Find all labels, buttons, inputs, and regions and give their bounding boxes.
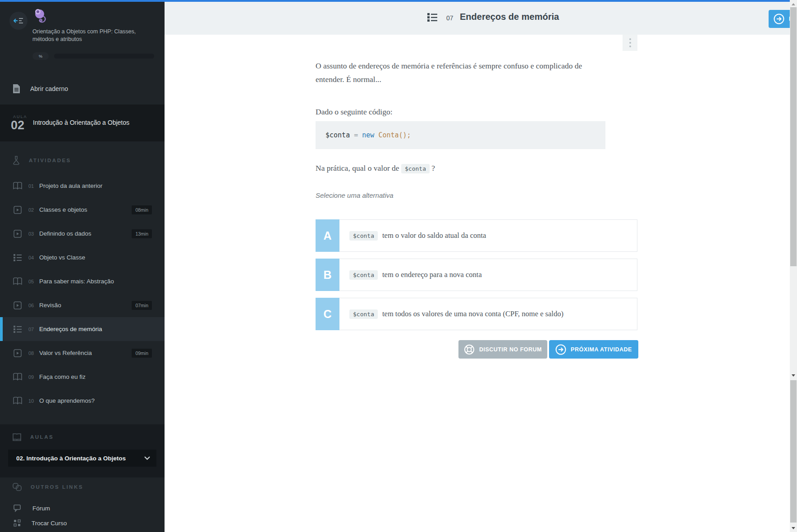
alternative-b[interactable]: B $conta tem o endereço para a nova cont… <box>316 259 637 291</box>
question-text: Na prática, qual o valor de $conta ? <box>316 164 435 173</box>
sidebar-item-activity-09[interactable]: 09 Faça como eu fiz <box>0 365 165 389</box>
activity-header: 07 Endereços de memória PRÓXIMA ATIVIDAD… <box>165 2 790 35</box>
open-notebook-button[interactable]: Abrir caderno <box>0 79 165 98</box>
scrollbar-down-arrow-inner[interactable] <box>790 372 797 378</box>
lesson-number: 02 <box>11 118 24 132</box>
course-title: Orientação a Objetos com PHP: Classes, m… <box>32 28 154 43</box>
sidebar-item-activity-10[interactable]: 10 O que aprendemos? <box>0 389 165 413</box>
activities-section-header: ATIVIDADES <box>0 154 165 167</box>
duration-badge: 13min <box>132 229 152 238</box>
video-icon <box>13 206 23 214</box>
alternative-text: tem o valor do saldo atual da conta <box>382 231 486 240</box>
inline-code-chip: $conta <box>349 270 378 280</box>
code-equals: = <box>354 131 358 139</box>
video-icon <box>13 230 23 238</box>
lesson-title: Introdução à Orientação a Objetos <box>33 119 129 126</box>
discuss-forum-button[interactable]: DISCUTIR NO FORUM <box>458 340 547 359</box>
sidebar-link-forum[interactable]: Fórum <box>0 500 165 516</box>
scrollbar-thumb-outer[interactable] <box>790 380 797 523</box>
alternative-text: tem todos os valores de uma nova conta (… <box>382 309 563 318</box>
code-keyword: new <box>362 131 374 139</box>
sidebar-item-activity-08[interactable]: 08 Valor vs Referência 09min <box>0 341 165 365</box>
scrollbar-thumb-inner[interactable] <box>790 7 797 266</box>
progress-bar <box>54 54 154 59</box>
alternative-a[interactable]: A $conta tem o valor do saldo atual da c… <box>316 219 637 252</box>
sidebar-item-activity-03[interactable]: 03 Definindo os dados 13min <box>0 222 165 246</box>
exercise-list-icon <box>13 254 23 261</box>
code-block: $conta = new Conta(); <box>316 121 605 149</box>
arrow-circle-right-icon <box>555 344 566 355</box>
alternative-c[interactable]: C $conta tem todos os valores de uma nov… <box>316 298 637 330</box>
page: Orientação a Objetos com PHP: Classes, m… <box>0 0 797 532</box>
exercise-list-icon <box>13 326 23 333</box>
sidebar-item-activity-02[interactable]: 02 Classes e objetos 08min <box>0 198 165 222</box>
inline-code-chip: $conta <box>401 164 430 173</box>
sidebar: Orientação a Objetos com PHP: Classes, m… <box>0 2 165 532</box>
inline-code-chip: $conta <box>349 309 378 319</box>
scrollbar-up-arrow[interactable] <box>790 1 797 7</box>
activities-list: 01 Projeto da aula anterior 02 Classes e… <box>0 174 165 413</box>
next-activity-button-bottom[interactable]: PRÓXIMA ATIVIDADE <box>549 340 638 359</box>
scrollbar-down-arrow-outer[interactable] <box>790 525 797 531</box>
lessons-section-header: AULAS <box>0 431 165 443</box>
alternative-text: tem o endereço para a nova conta <box>382 270 482 279</box>
alternative-letter: A <box>316 219 339 252</box>
document-icon <box>13 84 20 93</box>
activity-number: 07 <box>446 14 453 22</box>
book-open-icon <box>13 277 23 285</box>
sidebar-item-activity-07-active[interactable]: 07 Endereços de memória <box>0 317 165 341</box>
other-links-section-header: OUTROS LINKS <box>0 481 165 493</box>
alternative-letter: B <box>316 259 339 291</box>
book-icon <box>13 433 21 441</box>
exercise-code-lead: Dado o seguinte código: <box>316 105 393 118</box>
chevron-down-icon <box>144 456 150 460</box>
select-alternative-hint: Selecione uma alternativa <box>316 191 394 199</box>
code-rest: (); <box>399 131 411 139</box>
code-variable: $conta <box>325 131 350 139</box>
alternative-letter: C <box>316 298 339 330</box>
alternatives-list: A $conta tem o valor do saldo atual da c… <box>316 219 637 337</box>
progress-percent-badge: % <box>32 52 49 60</box>
sidebar-item-activity-05[interactable]: 05 Para saber mais: Abstração <box>0 269 165 293</box>
duration-badge: 09min <box>132 349 152 358</box>
forum-chat-icon <box>14 505 22 512</box>
switch-course-grid-icon <box>14 519 21 527</box>
more-options-kebab-button[interactable] <box>623 35 637 51</box>
code-classname: Conta <box>378 131 398 139</box>
page-title: Endereços de memória <box>460 12 559 22</box>
course-logo-mouse-icon <box>33 8 51 28</box>
video-icon <box>13 301 23 309</box>
sidebar-link-trocar-curso[interactable]: Trocar Curso <box>0 515 165 531</box>
sidebar-item-activity-01[interactable]: 01 Projeto da aula anterior <box>0 174 165 198</box>
lifebuoy-icon <box>464 344 475 355</box>
video-icon <box>13 349 23 357</box>
current-lesson-banner: AULA 02 Introdução à Orientação a Objeto… <box>0 105 165 141</box>
flask-icon <box>13 156 20 165</box>
duration-badge: 07min <box>132 301 152 310</box>
arrow-circle-right-icon <box>774 14 784 24</box>
book-open-icon <box>13 373 23 381</box>
collapse-sidebar-button[interactable] <box>9 12 27 30</box>
sidebar-item-activity-04[interactable]: 04 Objeto vs Classe <box>0 246 165 269</box>
lesson-select-dropdown[interactable]: 02. Introdução à Orientação a Objetos <box>8 450 156 467</box>
activity-type-list-icon <box>427 13 437 22</box>
book-open-icon <box>13 397 23 405</box>
action-buttons-row: DISCUTIR NO FORUM PRÓXIMA ATIVIDADE <box>316 340 638 359</box>
inline-code-chip: $conta <box>349 231 378 241</box>
sidebar-item-activity-06[interactable]: 06 Revisão 07min <box>0 293 165 317</box>
collapse-sidebar-icon <box>14 17 23 25</box>
open-notebook-label: Abrir caderno <box>30 85 68 92</box>
link-icon <box>13 483 22 491</box>
book-open-icon <box>13 182 23 190</box>
exercise-intro-paragraph: O assunto de endereços de memória e refe… <box>316 59 582 86</box>
duration-badge: 08min <box>132 205 152 214</box>
